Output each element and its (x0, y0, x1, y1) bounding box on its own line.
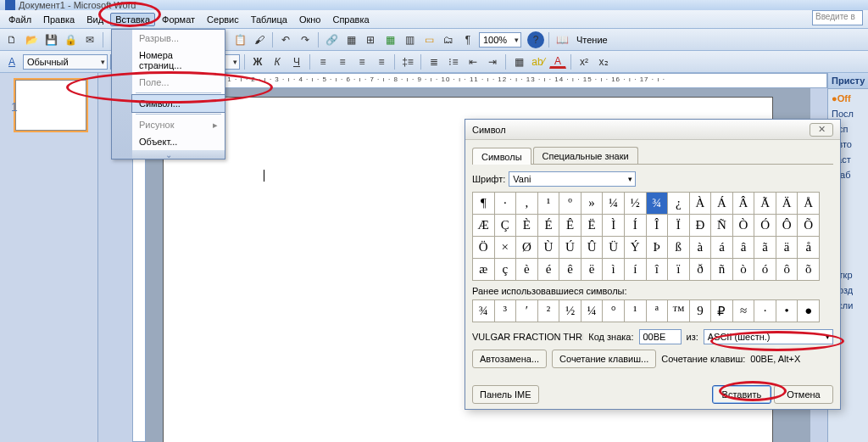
char-cell[interactable]: ï (668, 259, 690, 281)
char-cell[interactable]: ¾ (647, 193, 669, 215)
char-cell[interactable]: Ê (559, 215, 581, 237)
char-cell[interactable]: ì (603, 259, 625, 281)
drawing-icon[interactable]: ▭ (420, 31, 437, 48)
menu-format[interactable]: Формат (157, 13, 200, 26)
bold-icon[interactable]: Ж (249, 53, 266, 70)
char-cell[interactable]: æ (473, 259, 495, 281)
zoom-combo[interactable]: 100% (479, 32, 521, 48)
char-cell[interactable]: Á (711, 193, 733, 215)
char-cell[interactable]: å (798, 237, 820, 259)
char-cell[interactable]: Û (581, 237, 604, 259)
read-icon[interactable]: 📖 (554, 31, 570, 48)
recent-char-cell[interactable]: ³ (495, 300, 517, 322)
char-cell[interactable]: ¶ (473, 193, 495, 215)
recent-char-cell[interactable]: ° (603, 300, 625, 322)
char-cell[interactable]: ¼ (603, 193, 625, 215)
menu-item-page-numbers[interactable]: Номера страниц... (132, 47, 225, 74)
menu-file[interactable]: Файл (3, 13, 36, 26)
menu-item-symbol[interactable]: Символ... (131, 94, 225, 113)
align-left-icon[interactable]: ≡ (314, 53, 331, 70)
char-cell[interactable]: à (690, 237, 712, 259)
char-cell[interactable]: Ì (603, 215, 625, 237)
from-select[interactable]: ASCII (шестн.) (704, 329, 833, 344)
open-icon[interactable]: 📂 (23, 31, 40, 48)
menu-insert[interactable]: Вставка (110, 13, 155, 26)
char-cell[interactable]: Ù (538, 237, 560, 259)
char-cell[interactable]: ß (668, 237, 690, 259)
table-border-icon[interactable]: ▦ (342, 31, 359, 48)
char-cell[interactable]: ô (776, 259, 798, 281)
recent-char-cell[interactable]: ½ (559, 300, 581, 322)
char-cell[interactable]: Í (625, 215, 647, 237)
excel-icon[interactable]: ▦ (381, 31, 398, 48)
char-cell[interactable]: õ (798, 259, 820, 281)
recent-char-cell[interactable]: ● (798, 300, 820, 322)
autocorrect-button[interactable]: Автозамена... (472, 350, 547, 368)
char-cell[interactable]: Ç (495, 215, 517, 237)
permission-icon[interactable]: 🔒 (62, 31, 79, 48)
underline-icon[interactable]: Ч (288, 53, 305, 70)
char-cell[interactable]: » (581, 193, 604, 215)
char-cell[interactable]: Þ (647, 237, 669, 259)
redo-icon[interactable]: ↷ (297, 31, 314, 48)
char-cell[interactable]: ä (776, 237, 798, 259)
char-cell[interactable]: é (538, 259, 560, 281)
styles-pane-icon[interactable]: A (3, 53, 20, 70)
columns-icon[interactable]: ▥ (401, 31, 418, 48)
line-spacing-icon[interactable]: ‡≡ (399, 53, 416, 70)
char-cell[interactable]: ó (754, 259, 776, 281)
insert-table-icon[interactable]: ⊞ (362, 31, 379, 48)
help-icon[interactable]: ? (527, 31, 544, 48)
font-color-icon[interactable]: A (549, 54, 566, 69)
menu-edit[interactable]: Правка (38, 13, 80, 26)
recent-char-cell[interactable]: ™ (668, 300, 690, 322)
char-cell[interactable]: Õ (798, 215, 820, 237)
paste-icon[interactable]: 📋 (231, 31, 248, 48)
char-cell[interactable]: ë (581, 259, 604, 281)
recent-char-cell[interactable]: ¹ (625, 300, 647, 322)
recent-char-cell[interactable]: ′ (516, 300, 538, 322)
help-search-box[interactable]: Введите в (812, 10, 863, 25)
insert-button[interactable]: Вставить (712, 385, 771, 404)
menu-window[interactable]: Окно (294, 13, 326, 26)
cancel-button[interactable]: Отмена (774, 385, 833, 404)
code-input[interactable] (639, 329, 682, 344)
highlight-icon[interactable]: ab⁄ (530, 53, 547, 70)
close-icon[interactable]: ✕ (810, 123, 833, 137)
ime-panel-button[interactable]: Панель IME (472, 385, 539, 404)
char-cell[interactable]: Ã (754, 193, 776, 215)
char-cell[interactable]: Ø (516, 237, 538, 259)
font-select[interactable]: Vani (509, 171, 636, 187)
char-cell[interactable]: ð (690, 259, 712, 281)
menu-view[interactable]: Вид (81, 13, 108, 26)
subscript-icon[interactable]: x₂ (595, 53, 612, 70)
char-cell[interactable]: Ð (690, 215, 712, 237)
show-hide-icon[interactable]: ¶ (459, 31, 476, 48)
char-cell[interactable]: Ý (625, 237, 647, 259)
char-cell[interactable]: è (516, 259, 538, 281)
char-cell[interactable]: ¹ (538, 193, 560, 215)
menu-help[interactable]: Справка (327, 13, 374, 26)
align-justify-icon[interactable]: ≡ (373, 53, 390, 70)
recent-char-cell[interactable]: ² (538, 300, 560, 322)
char-cell[interactable]: î (647, 259, 669, 281)
menu-item-picture[interactable]: Рисунок▸ (132, 116, 225, 133)
char-cell[interactable]: ñ (711, 259, 733, 281)
char-cell[interactable]: Ä (776, 193, 798, 215)
char-cell[interactable]: Ñ (711, 215, 733, 237)
align-center-icon[interactable]: ≡ (334, 53, 351, 70)
italic-icon[interactable]: К (269, 53, 286, 70)
new-icon[interactable]: 🗋 (3, 31, 20, 48)
style-combo[interactable]: Обычный (23, 54, 108, 70)
char-cell[interactable]: ê (559, 259, 581, 281)
dialog-title-bar[interactable]: Символ ✕ (465, 120, 840, 140)
thumbnail-page-1[interactable] (15, 80, 86, 131)
menu-item-break[interactable]: Разрыв... (132, 30, 225, 47)
format-painter-icon[interactable]: 🖌 (251, 31, 268, 48)
char-cell[interactable]: É (538, 215, 560, 237)
char-cell[interactable]: Ö (473, 237, 495, 259)
char-cell[interactable]: Æ (473, 215, 495, 237)
increase-indent-icon[interactable]: ⇥ (484, 53, 501, 70)
char-cell[interactable]: À (690, 193, 712, 215)
recent-char-cell[interactable]: ª (647, 300, 669, 322)
